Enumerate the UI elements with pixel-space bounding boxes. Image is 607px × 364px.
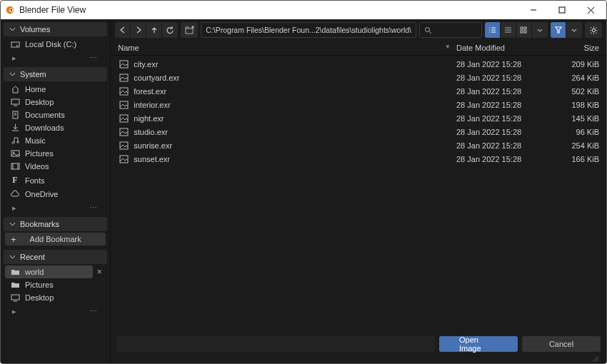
filter-button[interactable] [551,22,566,38]
close-button[interactable] [576,1,605,19]
main-pane: C:\Program Files\Blender Foun...2\datafi… [111,19,606,363]
col-name[interactable]: Name [118,44,445,52]
desktop-icon [9,293,21,302]
folder-icon [9,280,21,289]
view-sort-dropdown[interactable] [532,22,548,38]
desktop-icon [9,98,21,106]
filename-input[interactable] [116,336,435,352]
view-list-button[interactable] [485,22,501,38]
footer: Open Image Cancel [111,332,606,356]
sidebar-item-videos[interactable]: Videos [5,160,106,173]
image-file-icon [118,113,129,124]
file-row[interactable]: studio.exr28 Jan 2022 15:2896 KiB [114,125,603,138]
expand-icon[interactable]: ▸ [12,307,16,316]
sidebar-item-music[interactable]: Music [5,134,106,147]
image-file-icon [118,99,129,111]
font-icon: F [9,175,21,186]
svg-rect-39 [524,31,526,33]
chevron-down-icon [9,254,16,261]
disk-icon [9,40,21,49]
image-file-icon [118,153,129,165]
minimize-button[interactable] [519,1,548,19]
view-detail-button[interactable] [501,22,516,38]
video-icon [9,162,21,171]
expand-icon[interactable]: ▸ [12,54,16,63]
svg-rect-15 [11,151,19,156]
home-icon [9,85,21,93]
sidebar-item-world[interactable]: world [5,266,93,278]
panel-footer: ▸⋯ [4,202,107,214]
resize-grip-icon[interactable] [592,356,599,360]
chevron-down-icon [9,71,16,78]
sidebar-item-fonts[interactable]: FFonts [5,173,106,188]
sidebar-item-pictures[interactable]: Pictures [5,278,106,291]
file-list: city.exr28 Jan 2022 15:28209 KiBcourtyar… [111,56,606,332]
sidebar: VolumesLocal Disk (C:)▸⋯SystemHomeDeskto… [1,19,111,363]
picture-icon [9,149,21,158]
chevron-down-icon [9,26,16,33]
up-button[interactable] [146,22,162,38]
view-thumb-button[interactable] [516,22,532,38]
svg-rect-7 [11,42,19,47]
col-size[interactable]: Size [549,44,599,52]
sidebar-item-local-disk-c-[interactable]: Local Disk (C:) [5,38,106,51]
plus-icon: + [11,234,16,245]
col-date[interactable]: Date Modified [456,44,549,52]
window-title: Blender File View [19,5,519,15]
back-button[interactable] [115,22,131,38]
toolbar: C:\Program Files\Blender Foun...2\datafi… [111,19,606,41]
file-row[interactable]: courtyard.exr28 Jan 2022 15:28264 KiB [114,71,603,84]
view-mode-group [485,22,548,38]
add-bookmark-button[interactable]: +Add Bookmark [5,233,106,246]
svg-point-25 [426,27,430,31]
svg-rect-37 [524,27,526,29]
sidebar-item-downloads[interactable]: Downloads [5,121,106,134]
file-row[interactable]: sunset.exr28 Jan 2022 15:28166 KiB [114,152,603,166]
file-row[interactable]: forest.exr28 Jan 2022 15:28502 KiB [114,84,603,98]
open-button[interactable]: Open Image [439,336,518,352]
file-list-header[interactable]: Name ▼ Date Modified Size [111,41,606,56]
file-row[interactable]: city.exr28 Jan 2022 15:28209 KiB [114,57,603,71]
remove-recent-button[interactable]: × [93,266,106,278]
file-row[interactable]: sunrise.exr28 Jan 2022 15:28254 KiB [114,138,603,152]
music-icon [9,136,21,145]
svg-rect-20 [11,295,19,300]
svg-rect-4 [559,7,565,13]
maximize-button[interactable] [548,1,576,19]
image-file-icon [118,140,129,151]
forward-button[interactable] [131,22,146,38]
panel-header-bookmarks[interactable]: Bookmarks [4,217,107,231]
settings-button[interactable] [585,22,602,38]
file-row[interactable]: interior.exr28 Jan 2022 15:28198 KiB [114,98,603,111]
sidebar-item-desktop[interactable]: Desktop [5,291,106,304]
folder-icon [9,268,21,276]
more-icon[interactable]: ⋯ [89,307,99,316]
new-dir-button[interactable] [181,22,198,38]
titlebar: Blender File View [1,1,606,19]
more-icon[interactable]: ⋯ [89,203,99,213]
filter-dropdown[interactable] [566,22,582,38]
search-icon [424,26,432,34]
sidebar-item-onedrive[interactable]: OneDrive [5,188,106,201]
sidebar-item-home[interactable]: Home [5,83,106,96]
expand-icon[interactable]: ▸ [12,203,16,213]
sidebar-item-documents[interactable]: Documents [5,108,106,121]
path-input[interactable]: C:\Program Files\Blender Foun...2\datafi… [201,22,416,38]
refresh-button[interactable] [162,22,178,38]
sidebar-item-desktop[interactable]: Desktop [5,96,106,108]
nav-group [115,22,178,38]
panel-header-system[interactable]: System [4,67,107,81]
cloud-icon [9,190,21,198]
panel-header-volumes[interactable]: Volumes [4,22,107,36]
search-input[interactable] [419,22,482,38]
image-file-icon [118,126,129,138]
svg-rect-22 [186,29,193,34]
more-icon[interactable]: ⋯ [89,54,99,63]
cancel-button[interactable]: Cancel [522,336,601,352]
file-row[interactable]: night.exr28 Jan 2022 15:28145 KiB [114,111,603,125]
sidebar-item-pictures[interactable]: Pictures [5,147,106,160]
image-file-icon [118,72,129,84]
svg-point-8 [16,45,18,46]
panel-header-recent[interactable]: Recent [4,250,107,264]
download-icon [9,123,21,132]
